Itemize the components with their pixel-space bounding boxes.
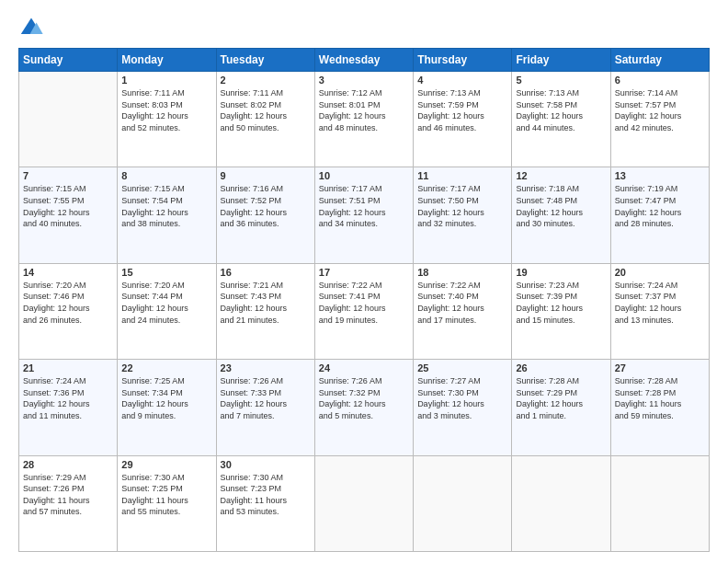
day-info: Sunrise: 7:28 AM Sunset: 7:29 PM Dayligh… (516, 375, 606, 421)
day-info: Sunrise: 7:15 AM Sunset: 7:55 PM Dayligh… (23, 183, 113, 229)
day-number: 20 (615, 267, 705, 278)
day-number: 17 (319, 267, 409, 278)
calendar-cell: 11Sunrise: 7:17 AM Sunset: 7:50 PM Dayli… (414, 167, 512, 263)
calendar-week-row: 14Sunrise: 7:20 AM Sunset: 7:46 PM Dayli… (19, 263, 710, 359)
day-number: 27 (615, 362, 705, 373)
day-info: Sunrise: 7:13 AM Sunset: 7:59 PM Dayligh… (417, 87, 507, 133)
calendar-cell: 10Sunrise: 7:17 AM Sunset: 7:51 PM Dayli… (314, 167, 413, 263)
day-info: Sunrise: 7:27 AM Sunset: 7:30 PM Dayligh… (417, 375, 507, 421)
day-number: 8 (121, 170, 211, 181)
day-number: 6 (615, 75, 705, 86)
calendar-cell: 9Sunrise: 7:16 AM Sunset: 7:52 PM Daylig… (216, 167, 314, 263)
day-number: 13 (615, 170, 705, 181)
day-info: Sunrise: 7:25 AM Sunset: 7:34 PM Dayligh… (121, 375, 211, 421)
calendar-cell: 24Sunrise: 7:26 AM Sunset: 7:32 PM Dayli… (314, 360, 413, 455)
calendar-header-saturday: Saturday (610, 49, 709, 72)
day-number: 18 (417, 267, 507, 278)
day-number: 4 (417, 75, 507, 86)
calendar-header-wednesday: Wednesday (314, 49, 413, 72)
calendar-week-row: 21Sunrise: 7:24 AM Sunset: 7:36 PM Dayli… (19, 360, 710, 455)
day-info: Sunrise: 7:19 AM Sunset: 7:47 PM Dayligh… (615, 183, 705, 229)
day-info: Sunrise: 7:26 AM Sunset: 7:32 PM Dayligh… (319, 375, 409, 421)
day-info: Sunrise: 7:30 AM Sunset: 7:25 PM Dayligh… (121, 472, 211, 518)
calendar-cell: 18Sunrise: 7:22 AM Sunset: 7:40 PM Dayli… (414, 263, 512, 359)
day-info: Sunrise: 7:26 AM Sunset: 7:33 PM Dayligh… (221, 375, 311, 421)
calendar-header-monday: Monday (118, 49, 216, 72)
day-info: Sunrise: 7:30 AM Sunset: 7:23 PM Dayligh… (221, 472, 311, 518)
day-info: Sunrise: 7:24 AM Sunset: 7:37 PM Dayligh… (615, 280, 705, 326)
calendar-header-thursday: Thursday (414, 49, 512, 72)
day-info: Sunrise: 7:14 AM Sunset: 7:57 PM Dayligh… (615, 87, 705, 133)
day-number: 25 (417, 362, 507, 373)
day-number: 29 (121, 459, 211, 470)
calendar-cell: 12Sunrise: 7:18 AM Sunset: 7:48 PM Dayli… (512, 167, 610, 263)
calendar-cell: 15Sunrise: 7:20 AM Sunset: 7:44 PM Dayli… (118, 263, 216, 359)
calendar-header-sunday: Sunday (19, 49, 118, 72)
day-number: 22 (121, 362, 211, 373)
day-info: Sunrise: 7:29 AM Sunset: 7:26 PM Dayligh… (23, 472, 113, 518)
calendar-cell: 20Sunrise: 7:24 AM Sunset: 7:37 PM Dayli… (610, 263, 709, 359)
calendar-cell: 29Sunrise: 7:30 AM Sunset: 7:25 PM Dayli… (118, 455, 216, 551)
day-info: Sunrise: 7:16 AM Sunset: 7:52 PM Dayligh… (221, 183, 311, 229)
day-number: 26 (516, 362, 606, 373)
day-number: 3 (319, 75, 409, 86)
day-number: 12 (516, 170, 606, 181)
calendar-cell: 23Sunrise: 7:26 AM Sunset: 7:33 PM Dayli… (216, 360, 314, 455)
logo (18, 15, 48, 40)
day-info: Sunrise: 7:23 AM Sunset: 7:39 PM Dayligh… (516, 280, 606, 326)
day-number: 30 (221, 459, 311, 470)
calendar-cell: 27Sunrise: 7:28 AM Sunset: 7:28 PM Dayli… (610, 360, 709, 455)
day-number: 9 (221, 170, 311, 181)
calendar-cell: 25Sunrise: 7:27 AM Sunset: 7:30 PM Dayli… (414, 360, 512, 455)
day-number: 7 (23, 170, 113, 181)
logo-icon (18, 15, 44, 40)
page: SundayMondayTuesdayWednesdayThursdayFrid… (0, 0, 728, 563)
day-number: 1 (121, 75, 211, 86)
day-number: 23 (221, 362, 311, 373)
calendar-cell: 26Sunrise: 7:28 AM Sunset: 7:29 PM Dayli… (512, 360, 610, 455)
calendar-cell: 14Sunrise: 7:20 AM Sunset: 7:46 PM Dayli… (19, 263, 118, 359)
calendar-cell (314, 455, 413, 551)
calendar-cell: 7Sunrise: 7:15 AM Sunset: 7:55 PM Daylig… (19, 167, 118, 263)
day-info: Sunrise: 7:21 AM Sunset: 7:43 PM Dayligh… (221, 280, 311, 326)
calendar-header-row: SundayMondayTuesdayWednesdayThursdayFrid… (19, 49, 710, 72)
calendar-cell (512, 455, 610, 551)
day-info: Sunrise: 7:17 AM Sunset: 7:50 PM Dayligh… (417, 183, 507, 229)
calendar-cell (610, 455, 709, 551)
day-info: Sunrise: 7:11 AM Sunset: 8:03 PM Dayligh… (121, 87, 211, 133)
day-number: 24 (319, 362, 409, 373)
calendar-cell: 21Sunrise: 7:24 AM Sunset: 7:36 PM Dayli… (19, 360, 118, 455)
day-number: 2 (221, 75, 311, 86)
day-number: 14 (23, 267, 113, 278)
calendar-cell: 13Sunrise: 7:19 AM Sunset: 7:47 PM Dayli… (610, 167, 709, 263)
calendar-week-row: 28Sunrise: 7:29 AM Sunset: 7:26 PM Dayli… (19, 455, 710, 551)
calendar-cell: 4Sunrise: 7:13 AM Sunset: 7:59 PM Daylig… (414, 72, 512, 167)
header (18, 15, 710, 40)
day-info: Sunrise: 7:17 AM Sunset: 7:51 PM Dayligh… (319, 183, 409, 229)
calendar-cell: 8Sunrise: 7:15 AM Sunset: 7:54 PM Daylig… (118, 167, 216, 263)
day-number: 19 (516, 267, 606, 278)
day-info: Sunrise: 7:18 AM Sunset: 7:48 PM Dayligh… (516, 183, 606, 229)
calendar-cell: 17Sunrise: 7:22 AM Sunset: 7:41 PM Dayli… (314, 263, 413, 359)
day-info: Sunrise: 7:28 AM Sunset: 7:28 PM Dayligh… (615, 375, 705, 421)
day-info: Sunrise: 7:15 AM Sunset: 7:54 PM Dayligh… (121, 183, 211, 229)
day-info: Sunrise: 7:11 AM Sunset: 8:02 PM Dayligh… (221, 87, 311, 133)
day-info: Sunrise: 7:20 AM Sunset: 7:46 PM Dayligh… (23, 280, 113, 326)
calendar-header-friday: Friday (512, 49, 610, 72)
day-number: 5 (516, 75, 606, 86)
day-info: Sunrise: 7:22 AM Sunset: 7:41 PM Dayligh… (319, 280, 409, 326)
calendar-week-row: 1Sunrise: 7:11 AM Sunset: 8:03 PM Daylig… (19, 72, 710, 167)
calendar-cell: 2Sunrise: 7:11 AM Sunset: 8:02 PM Daylig… (216, 72, 314, 167)
day-number: 10 (319, 170, 409, 181)
day-info: Sunrise: 7:22 AM Sunset: 7:40 PM Dayligh… (417, 280, 507, 326)
calendar-cell: 19Sunrise: 7:23 AM Sunset: 7:39 PM Dayli… (512, 263, 610, 359)
calendar-cell: 30Sunrise: 7:30 AM Sunset: 7:23 PM Dayli… (216, 455, 314, 551)
calendar-cell: 5Sunrise: 7:13 AM Sunset: 7:58 PM Daylig… (512, 72, 610, 167)
day-info: Sunrise: 7:13 AM Sunset: 7:58 PM Dayligh… (516, 87, 606, 133)
day-number: 28 (23, 459, 113, 470)
day-number: 21 (23, 362, 113, 373)
calendar-cell: 6Sunrise: 7:14 AM Sunset: 7:57 PM Daylig… (610, 72, 709, 167)
calendar-cell: 16Sunrise: 7:21 AM Sunset: 7:43 PM Dayli… (216, 263, 314, 359)
calendar-cell (414, 455, 512, 551)
calendar-header-tuesday: Tuesday (216, 49, 314, 72)
